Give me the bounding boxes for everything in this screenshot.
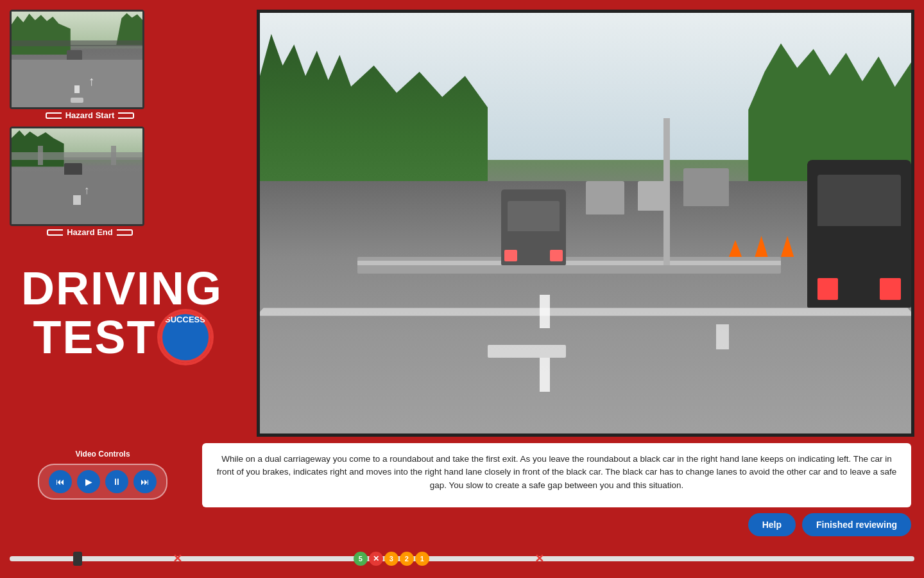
thumb2-image: ↑ bbox=[12, 128, 142, 224]
truck bbox=[683, 168, 729, 206]
logo-area: DRIVING TEST SUCCESS bbox=[10, 256, 234, 372]
logo-line2: TEST bbox=[33, 314, 156, 360]
thumb2-car bbox=[64, 163, 83, 175]
pause-button[interactable]: ⏸ bbox=[105, 470, 128, 493]
logo: DRIVING TEST SUCCESS bbox=[21, 265, 223, 363]
thumb1-arrow: ↑ bbox=[83, 69, 99, 92]
bracket-left bbox=[46, 112, 62, 119]
logo-line1: DRIVING bbox=[21, 265, 223, 311]
main-background: ↑ Hazard Start bbox=[0, 0, 924, 578]
thumb2-pillar-left bbox=[38, 146, 43, 165]
hazard-start-label-container: Hazard Start bbox=[10, 110, 170, 120]
controls-wrapper: ⏮ ▶ ⏸ ⏭ bbox=[38, 464, 167, 500]
video-controls-label: Video Controls bbox=[75, 450, 130, 459]
middle-car-brake-right bbox=[550, 250, 563, 261]
hazard-end-label: Hazard End bbox=[67, 227, 113, 237]
thumb2-arrow: ↑ bbox=[77, 177, 97, 206]
score-badge-5: 5 bbox=[354, 552, 368, 566]
hazard-end-label-container: Hazard End bbox=[10, 227, 170, 237]
progress-handle[interactable] bbox=[73, 552, 82, 566]
logo-badge-text: SUCCESS bbox=[162, 314, 209, 325]
thumb1-lane2 bbox=[71, 98, 83, 102]
bottom-line bbox=[257, 308, 914, 315]
thumb2-pillar-right bbox=[111, 146, 116, 165]
light-pole bbox=[663, 118, 670, 265]
lane-mark-3 bbox=[716, 324, 729, 349]
fastforward-button[interactable]: ⏭ bbox=[133, 470, 157, 493]
score-badge-2: 2 bbox=[400, 552, 414, 566]
bracket-right bbox=[118, 112, 134, 119]
distant-car-1 bbox=[586, 181, 625, 215]
guardrail-top bbox=[357, 261, 781, 265]
logo-success-badge: SUCCESS bbox=[160, 311, 211, 363]
hazard-start-bracket: Hazard Start bbox=[46, 110, 135, 120]
finished-reviewing-button[interactable]: Finished reviewing bbox=[802, 513, 911, 536]
score-badge-x: ✕ bbox=[369, 552, 383, 566]
rewind-button[interactable]: ⏮ bbox=[49, 470, 72, 493]
black-car-roof bbox=[817, 175, 901, 226]
hazard-end-bracket: Hazard End bbox=[47, 227, 133, 237]
description-box: While on a dual carriageway you come to … bbox=[202, 443, 911, 507]
progress-track[interactable]: ✕ 5 ✕ 3 2 1 ✕ bbox=[10, 556, 914, 561]
thumb1-image: ↑ bbox=[12, 12, 142, 107]
black-car-right bbox=[807, 160, 911, 307]
brake-light-left bbox=[817, 278, 838, 300]
score-badges-group: 5 ✕ 3 2 1 bbox=[354, 552, 429, 566]
logo-line2-group: TEST SUCCESS bbox=[21, 311, 223, 363]
video-area bbox=[257, 10, 914, 437]
thumb1-gantry bbox=[12, 40, 142, 46]
middle-car-roof bbox=[508, 201, 560, 231]
progress-bar-area: ✕ 5 ✕ 3 2 1 ✕ bbox=[0, 546, 924, 572]
score-badge-3: 3 bbox=[384, 552, 398, 566]
guardrail bbox=[357, 257, 781, 274]
play-button[interactable]: ▶ bbox=[77, 470, 100, 493]
help-button[interactable]: Help bbox=[748, 513, 796, 536]
x-marker-1: ✕ bbox=[173, 552, 182, 566]
road-scene bbox=[260, 13, 911, 434]
hazard-start-container: ↑ Hazard Start bbox=[10, 10, 170, 120]
middle-car-brake-left bbox=[504, 250, 517, 261]
thumb2-bridge-deck bbox=[12, 152, 142, 160]
lane-mark-2 bbox=[540, 358, 549, 391]
video-controls-area: Video Controls ⏮ ▶ ⏸ ⏭ bbox=[13, 450, 193, 500]
description-text: While on a dual carriageway you come to … bbox=[215, 453, 898, 492]
thumb1-car bbox=[67, 50, 82, 60]
score-badge-1: 1 bbox=[415, 552, 429, 566]
hazard-start-label: Hazard Start bbox=[65, 110, 115, 120]
hazard-start-thumbnail: ↑ bbox=[10, 10, 144, 109]
thumb1-lane1 bbox=[74, 85, 80, 93]
hazard-end-container: ↑ Hazard End bbox=[10, 127, 170, 237]
bracket-end-right bbox=[117, 229, 133, 236]
brake-light-right bbox=[880, 278, 900, 300]
hazard-end-thumbnail: ↑ bbox=[10, 127, 144, 226]
action-buttons: Help Finished reviewing bbox=[748, 513, 911, 536]
x-marker-2: ✕ bbox=[535, 552, 544, 566]
middle-car bbox=[501, 189, 567, 265]
bracket-end-left bbox=[47, 229, 63, 236]
left-panel: ↑ Hazard Start bbox=[10, 10, 170, 372]
road-marking-large bbox=[488, 345, 566, 358]
